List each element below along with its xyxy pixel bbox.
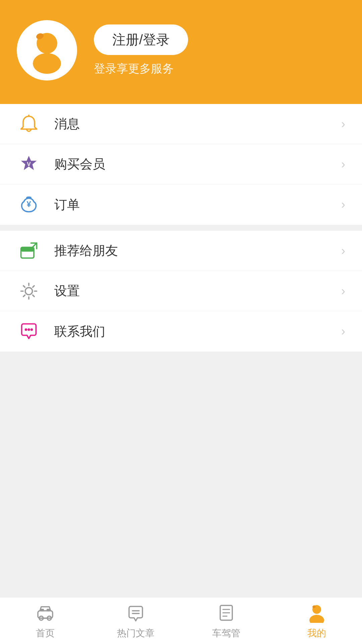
svg-line-9 <box>33 243 37 247</box>
menu-item-messages[interactable]: 消息 › <box>0 104 362 144</box>
bottom-navigation: 首页 热门文章 车驾管 <box>0 597 362 644</box>
recommend-label: 推荐给朋友 <box>54 242 338 259</box>
chevron-icon: › <box>341 284 345 298</box>
svg-point-11 <box>25 328 27 331</box>
menu-item-settings[interactable]: 设置 › <box>0 271 362 311</box>
order-icon: ¥ <box>17 193 41 217</box>
svg-point-12 <box>27 328 30 331</box>
orders-label: 订单 <box>54 196 338 213</box>
messages-label: 消息 <box>54 115 338 132</box>
chevron-icon: › <box>341 324 345 338</box>
mine-icon <box>306 602 327 624</box>
svg-point-13 <box>31 328 33 331</box>
membership-label: 购买会员 <box>54 156 338 173</box>
svg-text:¥: ¥ <box>26 200 31 209</box>
nav-item-articles[interactable]: 热门文章 <box>90 597 181 644</box>
svg-rect-19 <box>47 609 50 611</box>
nav-item-traffic[interactable]: 车驾管 <box>181 597 272 644</box>
menu-item-contact[interactable]: 联系我们 › <box>0 311 362 352</box>
settings-label: 设置 <box>54 282 338 300</box>
home-car-icon <box>35 602 56 624</box>
chevron-icon: › <box>341 244 345 258</box>
avatar <box>17 20 77 80</box>
menu-section-1: 消息 › V 购买会员 › ¥ 订单 › <box>0 104 362 225</box>
chevron-icon: › <box>341 157 345 171</box>
profile-header: 注册/登录 登录享更多服务 <box>0 0 362 104</box>
articles-icon <box>125 602 146 624</box>
bell-icon <box>17 112 41 136</box>
settings-icon <box>17 279 41 303</box>
login-subtitle: 登录享更多服务 <box>94 61 188 76</box>
chevron-icon: › <box>341 117 345 131</box>
menu-item-membership[interactable]: V 购买会员 › <box>0 144 362 184</box>
nav-articles-label: 热门文章 <box>117 627 155 640</box>
nav-home-label: 首页 <box>36 627 55 640</box>
content-area <box>0 358 362 597</box>
vip-icon: V <box>17 152 41 176</box>
nav-item-home[interactable]: 首页 <box>0 597 90 644</box>
menu-item-orders[interactable]: ¥ 订单 › <box>0 184 362 225</box>
traffic-icon <box>216 602 237 624</box>
chevron-icon: › <box>341 198 345 212</box>
nav-traffic-label: 车驾管 <box>212 627 240 640</box>
svg-point-28 <box>309 615 324 623</box>
nav-mine-label: 我的 <box>307 627 326 640</box>
svg-rect-18 <box>41 609 44 611</box>
chat-icon <box>17 319 41 343</box>
contact-label: 联系我们 <box>54 323 338 340</box>
nav-item-mine[interactable]: 我的 <box>272 597 362 644</box>
menu-section-2: 推荐给朋友 › 设置 › 联系我们 › <box>0 231 362 352</box>
svg-text:V: V <box>27 161 31 167</box>
svg-rect-8 <box>21 247 34 252</box>
svg-point-2 <box>33 53 61 74</box>
login-button[interactable]: 注册/登录 <box>94 24 188 55</box>
svg-point-10 <box>25 287 32 294</box>
share-icon <box>17 239 41 263</box>
menu-item-recommend[interactable]: 推荐给朋友 › <box>0 231 362 271</box>
header-info: 注册/登录 登录享更多服务 <box>94 24 188 76</box>
